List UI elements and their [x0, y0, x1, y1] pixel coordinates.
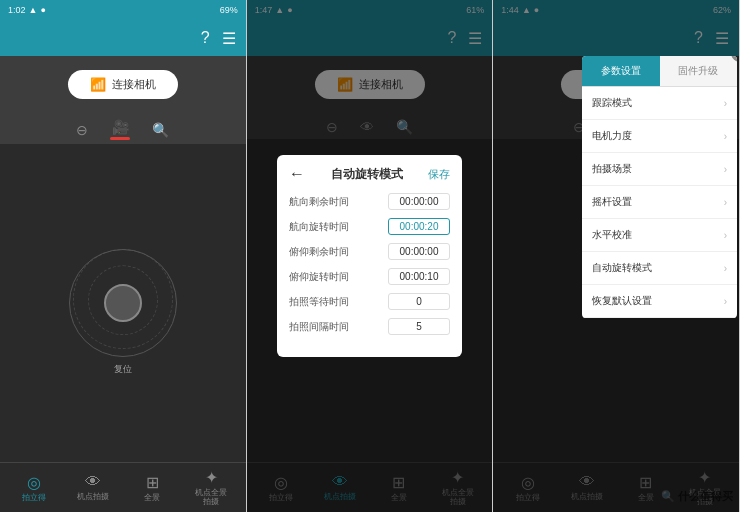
chevron-icon-5: ›: [724, 263, 727, 274]
dialog-box: ← 自动旋转模式 保存 航向剩余时间 00:00:00 航向旋转时间 00:00…: [277, 155, 462, 357]
dialog-row-5: 拍照间隔时间 5: [289, 318, 450, 335]
dialog-row-label-3: 俯仰旋转时间: [289, 270, 349, 284]
settings-item-label-6: 恢复默认设置: [592, 294, 652, 308]
dialog-rows-container: 航向剩余时间 00:00:00 航向旋转时间 00:00:20 俯仰剩余时间 0…: [289, 193, 450, 335]
settings-item-3[interactable]: 摇杆设置 ›: [582, 186, 737, 219]
settings-item-label-1: 电机力度: [592, 129, 632, 143]
zoom-icon-1: 🔍: [152, 122, 169, 138]
dialog-row-value-5[interactable]: 5: [388, 318, 450, 335]
connect-section-1: 📶 连接相机: [0, 56, 246, 113]
settings-item-label-0: 跟踪模式: [592, 96, 632, 110]
wifi-icon-1: 📶: [90, 77, 106, 92]
mode-icon-1: ⊖: [76, 122, 88, 138]
joystick-knob[interactable]: [104, 284, 142, 322]
settings-item-4[interactable]: 水平校准 ›: [582, 219, 737, 252]
settings-item-5[interactable]: 自动旋转模式 ›: [582, 252, 737, 285]
nav-item-1[interactable]: ◎ 拍立得: [5, 473, 64, 503]
nav-label-4: 机点全景拍摄: [195, 489, 227, 507]
dialog-row-label-1: 航向旋转时间: [289, 220, 349, 234]
settings-item-label-2: 拍摄场景: [592, 162, 632, 176]
nav-label-2: 机点拍摄: [77, 493, 109, 502]
status-left-1: 1:02 ▲ ●: [8, 5, 46, 15]
joystick-outer: [69, 249, 177, 357]
time-1: 1:02: [8, 5, 26, 15]
nav-icon-2: 👁: [85, 473, 101, 491]
help-icon-1[interactable]: ?: [201, 29, 210, 47]
chevron-icon-6: ›: [724, 296, 727, 307]
settings-item-2[interactable]: 拍摄场景 ›: [582, 153, 737, 186]
dialog-row-value-4[interactable]: 0: [388, 293, 450, 310]
connect-button-1[interactable]: 📶 连接相机: [68, 70, 178, 99]
dialog-overlay: ← 自动旋转模式 保存 航向剩余时间 00:00:00 航向旋转时间 00:00…: [247, 0, 493, 512]
nav-label-3: 全景: [144, 494, 160, 503]
settings-overlay: ✕ 参数设置 固件升级 跟踪模式 › 电机力度 › 拍摄场景 › 摇杆设置 › …: [493, 0, 739, 512]
dialog-row-1: 航向旋转时间 00:00:20: [289, 218, 450, 235]
wifi-status-1: ●: [40, 5, 45, 15]
nav-icon-1: ◎: [27, 473, 41, 492]
nav-icon-4: ✦: [205, 468, 218, 487]
nav-label-1: 拍立得: [22, 494, 46, 503]
settings-item-label-5: 自动旋转模式: [592, 261, 652, 275]
settings-item-1[interactable]: 电机力度 ›: [582, 120, 737, 153]
settings-item-0[interactable]: 跟踪模式 ›: [582, 87, 737, 120]
tab-firmware[interactable]: 固件升级: [660, 56, 738, 86]
chevron-icon-4: ›: [724, 230, 727, 241]
dialog-row-0: 航向剩余时间 00:00:00: [289, 193, 450, 210]
signal-icon-1: ▲: [29, 5, 38, 15]
settings-item-label-3: 摇杆设置: [592, 195, 632, 209]
dialog-row-label-2: 俯仰剩余时间: [289, 245, 349, 259]
nav-item-3[interactable]: ⊞ 全景: [123, 473, 182, 503]
icons-row-1: ⊖ 🎥 🔍: [0, 113, 246, 144]
dialog-title: 自动旋转模式: [331, 166, 403, 183]
top-bar-1: ? ☰: [0, 20, 246, 56]
status-bar-1: 1:02 ▲ ● 69%: [0, 0, 246, 20]
chevron-icon-1: ›: [724, 131, 727, 142]
dialog-back-button[interactable]: ←: [289, 165, 305, 183]
dialog-row-value-3[interactable]: 00:00:10: [388, 268, 450, 285]
nav-icon-3: ⊞: [146, 473, 159, 492]
bottom-nav-1: ◎ 拍立得 👁 机点拍摄 ⊞ 全景 ✦ 机点全景拍摄: [0, 462, 246, 512]
panel-2: 1:47 ▲ ● 61% ? ☰ 📶 连接相机 ⊖ 👁 🔍 ◎ 拍立得 👁: [247, 0, 494, 512]
tab-params[interactable]: 参数设置: [582, 56, 660, 86]
reset-label: 复位: [114, 363, 132, 376]
dark-content-1: 复位: [0, 144, 246, 462]
nav-item-4[interactable]: ✦ 机点全景拍摄: [182, 468, 241, 507]
nav-item-2[interactable]: 👁 机点拍摄: [64, 473, 123, 502]
battery-1: 69%: [220, 5, 238, 15]
dialog-row-4: 拍照等待时间 0: [289, 293, 450, 310]
dialog-row-label-4: 拍照等待时间: [289, 295, 349, 309]
connect-label-1: 连接相机: [112, 77, 156, 92]
settings-item-6[interactable]: 恢复默认设置 ›: [582, 285, 737, 318]
dialog-row-2: 俯仰剩余时间 00:00:00: [289, 243, 450, 260]
settings-panel: ✕ 参数设置 固件升级 跟踪模式 › 电机力度 › 拍摄场景 › 摇杆设置 › …: [582, 56, 737, 318]
dialog-row-3: 俯仰旋转时间 00:00:10: [289, 268, 450, 285]
settings-tabs: 参数设置 固件升级: [582, 56, 737, 87]
dialog-row-label-0: 航向剩余时间: [289, 195, 349, 209]
camera-icon-1: 🎥: [110, 119, 130, 140]
status-right-1: 69%: [220, 5, 238, 15]
chevron-icon-0: ›: [724, 98, 727, 109]
dialog-row-value-2[interactable]: 00:00:00: [388, 243, 450, 260]
dialog-row-value-0[interactable]: 00:00:00: [388, 193, 450, 210]
dialog-row-value-1[interactable]: 00:00:20: [388, 218, 450, 235]
dialog-row-label-5: 拍照间隔时间: [289, 320, 349, 334]
settings-item-label-4: 水平校准: [592, 228, 632, 242]
chevron-icon-3: ›: [724, 197, 727, 208]
panel-1: 1:02 ▲ ● 69% ? ☰ 📶 连接相机 ⊖ 🎥 🔍: [0, 0, 247, 512]
panel-3: 1:44 ▲ ● 62% ? ☰ 📶 连接相机 ⊖ 👁 🔍 ◎ 拍立得 👁 机点: [493, 0, 740, 512]
active-indicator-dot: [110, 137, 130, 140]
chevron-icon-2: ›: [724, 164, 727, 175]
settings-list: 跟踪模式 › 电机力度 › 拍摄场景 › 摇杆设置 › 水平校准 › 自动旋转模…: [582, 87, 737, 318]
dialog-title-row: ← 自动旋转模式 保存: [289, 165, 450, 183]
joystick-container[interactable]: 复位: [68, 248, 178, 358]
menu-icon-1[interactable]: ☰: [222, 29, 236, 48]
dialog-save-button[interactable]: 保存: [428, 167, 450, 182]
